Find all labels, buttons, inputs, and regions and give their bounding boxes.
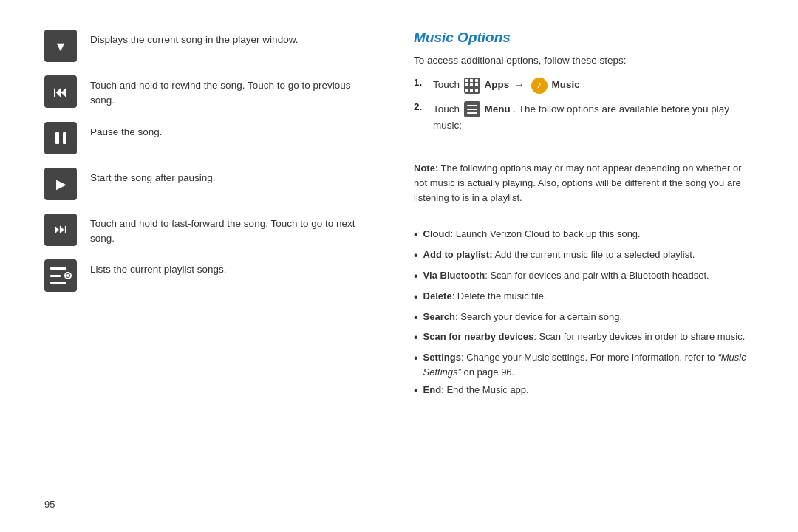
divider-bottom — [414, 219, 754, 219]
play-symbol: ▶ — [56, 176, 66, 192]
right-column: Music Options To access additional optio… — [414, 30, 754, 502]
icon-desc-2: Touch and hold to rewind the song. Touch… — [90, 75, 369, 109]
bullet-add-playlist-bold: Add to playlist: — [423, 249, 493, 260]
music-icon: ♪ — [531, 78, 548, 94]
bullet-scan: Scan for nearby devices: Scan for nearby… — [414, 330, 754, 347]
bullet-bluetooth-rest: : Scan for devices and pair with a Bluet… — [485, 270, 709, 281]
icon-row-5: ⏭ Touch and hold to fast-forward the son… — [44, 214, 369, 247]
icon-row-4: ▶ Start the song after pausing. — [44, 168, 369, 200]
fastfwd-icon: ⏭ — [44, 214, 77, 246]
bullet-search-bold: Search — [423, 311, 455, 322]
left-column: Displays the current song in the player … — [44, 30, 369, 502]
note-text: Note: The following options may or may n… — [414, 163, 741, 203]
menu-lines — [467, 105, 477, 114]
intro-text: To access additional options, follow the… — [414, 53, 754, 68]
step-2-text-before: Touch — [433, 103, 460, 115]
bullet-end-bold: End — [423, 384, 442, 395]
rewind-icon: ⏮ — [44, 75, 77, 108]
bullet-search: Search: Search your device for a certain… — [414, 310, 754, 327]
bullet-bluetooth-bold: Via Bluetooth — [423, 270, 485, 281]
note-body: The following options may or may not app… — [414, 163, 741, 203]
chevron-down-symbol — [54, 38, 67, 55]
divider-top — [414, 149, 754, 149]
play-icon: ▶ — [44, 168, 77, 200]
bullet-settings: Settings: Change your Music settings. Fo… — [414, 350, 754, 380]
note-box: Note: The following options may or may n… — [414, 161, 754, 205]
icon-row-3: Pause the song. — [44, 122, 369, 154]
note-label: Note: — [414, 163, 438, 174]
pl-line-3 — [50, 282, 66, 284]
chevron-down-icon — [44, 30, 77, 62]
step-1-num: 1. — [414, 77, 427, 88]
apps-grid — [464, 78, 480, 94]
menu-icon — [464, 101, 480, 117]
arrow-symbol: → — [514, 79, 525, 91]
fastfwd-symbol: ⏭ — [54, 222, 67, 237]
step-1-text-before: Touch — [433, 79, 460, 90]
bullet-scan-bold: Scan for nearby devices — [423, 331, 534, 342]
pl-line-2 — [50, 275, 61, 277]
bullet-search-rest: : Search your device for a certain song. — [455, 311, 622, 322]
icon-desc-6: Lists the current playlist songs. — [90, 259, 227, 277]
bullet-delete-bold: Delete — [423, 290, 452, 301]
step-1: 1. Touch Apps — [414, 77, 754, 94]
bullet-end: End: End the Music app. — [414, 383, 754, 400]
icon-desc-3: Pause the song. — [90, 122, 163, 140]
icon-desc-4: Start the song after pausing. — [90, 168, 216, 185]
bullet-settings-bold: Settings — [423, 352, 461, 363]
music-label: Music — [552, 79, 580, 90]
bullet-delete-rest: : Delete the music file. — [452, 290, 547, 301]
bullet-cloud-rest: : Launch Verizon Cloud to back up this s… — [450, 228, 640, 239]
pause-bar-right — [63, 132, 66, 144]
section-title: Music Options — [414, 30, 754, 46]
pause-icon — [44, 122, 77, 154]
step-2-num: 2. — [414, 101, 427, 112]
bullet-settings-rest: : Change your Music settings. For more i… — [423, 352, 746, 378]
playlist-lines — [47, 263, 75, 288]
icon-desc-1: Displays the current song in the player … — [90, 30, 298, 47]
step-2: 2. Touch Menu . The follow options are a… — [414, 101, 754, 134]
step-1-text: Touch Apps → ♪ — [433, 77, 580, 94]
icon-row-1: Displays the current song in the player … — [44, 30, 369, 62]
pause-bars — [55, 132, 66, 144]
apps-label: Apps — [485, 79, 510, 90]
bullet-bluetooth: Via Bluetooth: Scan for devices and pair… — [414, 268, 754, 286]
bullet-delete: Delete: Delete the music file. — [414, 289, 754, 307]
pl-line-1 — [50, 267, 66, 270]
menu-label: Menu — [485, 103, 511, 115]
bullet-scan-rest: : Scan for nearby devices in order to sh… — [533, 331, 745, 342]
icon-desc-5: Touch and hold to fast-forward the song.… — [90, 214, 369, 247]
bullet-add-playlist-rest: Add the current music file to a selected… — [493, 249, 695, 260]
page-container: Displays the current song in the player … — [0, 0, 798, 532]
pause-bar-left — [55, 132, 59, 144]
bullet-list: Cloud: Launch Verizon Cloud to back up t… — [414, 227, 754, 403]
icon-row-6: Lists the current playlist songs. — [44, 259, 369, 292]
bullet-add-playlist: Add to playlist: Add the current music f… — [414, 248, 754, 265]
bullet-end-rest: : End the Music app. — [441, 384, 529, 395]
page-number: 95 — [44, 499, 55, 510]
rewind-symbol: ⏮ — [53, 83, 68, 100]
apps-icon — [464, 78, 480, 94]
playlist-icon — [44, 259, 77, 292]
icon-row-2: ⏮ Touch and hold to rewind the song. Tou… — [44, 75, 369, 109]
step-2-text: Touch Menu . The follow options are avai… — [433, 101, 754, 134]
bullet-cloud-bold: Cloud — [423, 228, 451, 239]
bullet-cloud: Cloud: Launch Verizon Cloud to back up t… — [414, 227, 754, 245]
